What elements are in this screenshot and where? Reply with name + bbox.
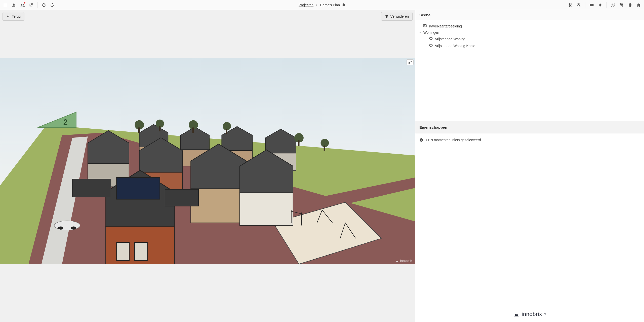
svg-rect-26	[72, 179, 111, 197]
breadcrumb-root[interactable]: Projecten	[299, 3, 313, 7]
svg-rect-31	[159, 126, 160, 131]
svg-point-42	[71, 227, 76, 230]
brand-name: innobrix	[522, 311, 542, 317]
external-link-icon[interactable]	[27, 1, 35, 9]
users-icon[interactable]	[19, 1, 26, 9]
svg-marker-20	[240, 193, 293, 226]
home-icon[interactable]	[635, 1, 642, 9]
back-button[interactable]: Terug	[3, 12, 24, 21]
render-canvas[interactable]: 2 innobrix	[0, 58, 415, 264]
viewport: Terug Verwijderen	[0, 10, 415, 322]
caret-down-icon[interactable]	[419, 30, 421, 34]
svg-rect-35	[226, 129, 227, 134]
toolbar-separator	[37, 2, 37, 8]
svg-point-40	[54, 221, 80, 230]
scene-panel-header: Scene	[415, 10, 644, 20]
top-toolbar: Projecten Demo's Plan	[0, 0, 644, 10]
svg-rect-47	[423, 24, 426, 27]
tree-item-label: Vrijstaande Woning	[435, 37, 465, 41]
svg-rect-39	[324, 146, 325, 151]
scene-panel-title: Scene	[419, 13, 430, 17]
layers-icon[interactable]	[626, 1, 634, 9]
breadcrumb: Projecten Demo's Plan	[299, 3, 345, 7]
side-panel: Scene Kavelkaartafbeelding Woningen Vrij…	[415, 10, 644, 322]
svg-rect-24	[117, 242, 129, 261]
brand-logo-icon	[513, 311, 520, 317]
tree-item-label: Vrijstaande Woning Kopie	[435, 44, 475, 48]
viewport-actions: Terug Verwijderen	[0, 10, 415, 23]
scene-marker-label: 2	[63, 118, 68, 127]
properties-empty-text: Er is momenteel niets geselecteerd	[426, 138, 481, 142]
zoom-icon[interactable]	[575, 1, 583, 9]
toolbar-right-group	[567, 1, 642, 9]
tree-item-woning-2[interactable]: Vrijstaande Woning Kopie	[417, 42, 640, 49]
expand-panel-button[interactable]	[407, 59, 414, 65]
breadcrumb-current: Demo's Plan	[320, 3, 340, 7]
svg-marker-22	[117, 177, 160, 199]
chevron-right-icon	[315, 3, 318, 7]
tree-item-woning-1[interactable]: Vrijstaande Woning	[417, 35, 640, 42]
svg-marker-11	[265, 129, 296, 153]
scene-tree: Kavelkaartafbeelding Woningen Vrijstaand…	[415, 20, 644, 121]
tree-item-woningen[interactable]: Woningen	[417, 29, 640, 35]
watermark-text: innobrix	[400, 259, 413, 263]
polygon-icon	[429, 43, 433, 48]
toolbar-separator	[607, 2, 607, 8]
camera-icon[interactable]	[588, 1, 595, 9]
toolbar-left-group	[2, 1, 35, 9]
svg-marker-7	[181, 127, 210, 150]
sun-icon[interactable]	[596, 1, 604, 9]
svg-marker-49	[429, 44, 432, 47]
delete-button-label: Verwijderen	[390, 14, 409, 18]
tools-icon[interactable]	[609, 1, 617, 9]
scene-illustration: 2	[0, 58, 415, 264]
tree-item-label: Kavelkaartafbeelding	[429, 24, 462, 28]
registered-mark: ®	[544, 313, 546, 316]
brand-footer: innobrix ®	[415, 306, 644, 322]
toolbar-separator	[585, 2, 585, 8]
info-icon	[419, 138, 423, 142]
properties-empty-state: Er is momenteel niets geselecteerd	[415, 133, 644, 147]
polygon-icon	[429, 37, 433, 41]
watermark: innobrix	[395, 259, 413, 263]
svg-rect-37	[298, 140, 299, 146]
main-area: Terug Verwijderen	[0, 10, 644, 322]
cart-icon[interactable]	[618, 1, 625, 9]
image-icon	[423, 24, 427, 28]
magnet-icon[interactable]	[567, 1, 574, 9]
user-icon[interactable]	[10, 1, 18, 9]
properties-panel-title: Eigenschappen	[419, 125, 447, 129]
back-button-label: Terug	[12, 14, 21, 18]
svg-rect-27	[165, 189, 198, 206]
svg-point-41	[58, 227, 63, 230]
undo-icon[interactable]	[40, 1, 48, 9]
properties-panel-header: Eigenschappen	[415, 121, 644, 133]
delete-button[interactable]: Verwijderen	[381, 12, 413, 21]
redo-icon[interactable]	[49, 1, 56, 9]
svg-marker-48	[429, 38, 432, 40]
svg-rect-33	[192, 127, 194, 133]
svg-marker-43	[37, 112, 76, 127]
tree-item-kavelkaart[interactable]: Kavelkaartafbeelding	[417, 23, 640, 29]
unlock-icon[interactable]	[342, 3, 345, 7]
svg-rect-29	[138, 127, 140, 133]
menu-icon[interactable]	[2, 1, 9, 9]
toolbar-history-group	[40, 1, 56, 9]
svg-marker-18	[191, 189, 246, 223]
svg-rect-25	[135, 242, 147, 261]
tree-item-label: Woningen	[423, 30, 439, 34]
